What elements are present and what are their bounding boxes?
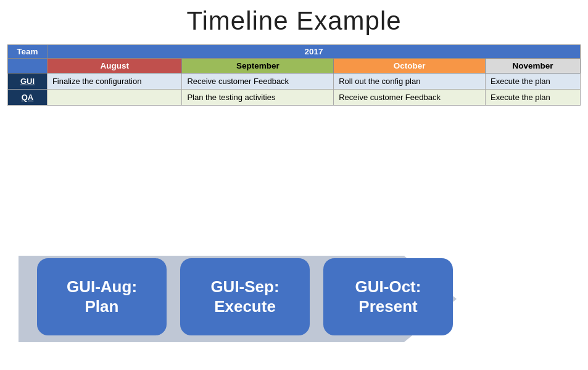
qa-oct-cell: Receive customer Feedback: [334, 90, 486, 106]
process-box-oct: GUI-Oct:Present: [323, 258, 453, 335]
gui-nov-cell: Execute the plan: [485, 74, 580, 90]
process-box-aug: GUI-Aug:Plan: [37, 258, 167, 335]
month-nov: November: [485, 59, 580, 74]
month-sep: September: [182, 59, 334, 74]
month-aug: August: [47, 59, 181, 74]
team-header-cell: Team: [8, 45, 48, 59]
page-title: Timeline Example: [0, 0, 588, 44]
month-oct: October: [334, 59, 486, 74]
team-cell-qa[interactable]: QA: [8, 90, 48, 106]
process-box-sep: GUI-Sep:Execute: [180, 258, 310, 335]
timeline-table-wrapper: Team 2017 August September October Novem…: [0, 44, 588, 106]
team-month-spacer: [8, 59, 48, 74]
year-cell: 2017: [47, 45, 580, 59]
gui-oct-cell: Roll out the config plan: [334, 74, 486, 90]
timeline-table: Team 2017 August September October Novem…: [7, 44, 581, 106]
table-row: QA Plan the testing activities Receive c…: [8, 90, 581, 106]
qa-nov-cell: Execute the plan: [485, 90, 580, 106]
qa-sep-cell: Plan the testing activities: [182, 90, 334, 106]
gui-aug-cell: Finalize the configuration: [47, 74, 181, 90]
qa-aug-cell: [47, 90, 181, 106]
year-row: Team 2017: [8, 45, 581, 59]
table-row: GUI Finalize the configuration Receive c…: [8, 74, 581, 90]
gui-sep-cell: Receive customer Feedback: [182, 74, 334, 90]
team-cell-gui[interactable]: GUI: [8, 74, 48, 90]
process-boxes: GUI-Aug:Plan GUI-Sep:Execute GUI-Oct:Pre…: [31, 258, 453, 335]
process-section: GUI-Aug:Plan GUI-Sep:Execute GUI-Oct:Pre…: [0, 238, 588, 359]
month-row: August September October November: [8, 59, 581, 74]
